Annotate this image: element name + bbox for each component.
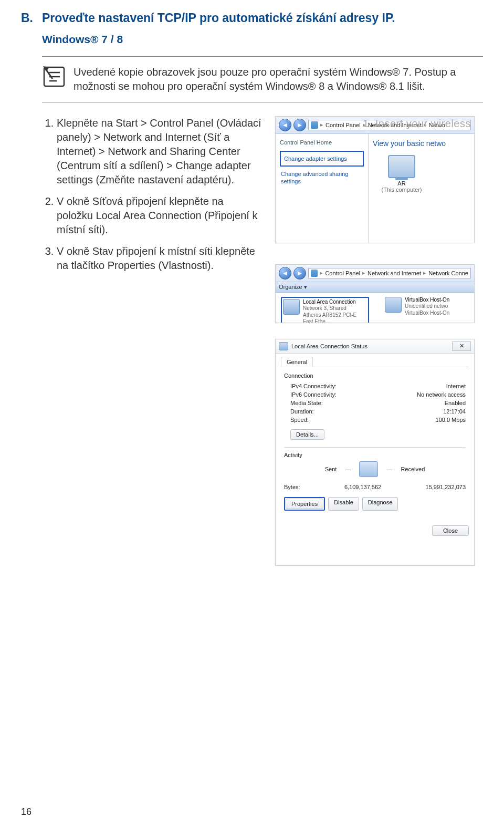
speed-label: Speed:	[290, 417, 309, 423]
steps-column: Klepněte na Start > Control Panel (Ovlád…	[42, 116, 262, 566]
close-icon[interactable]: ✕	[452, 341, 471, 351]
speed-value: 100.0 Mbps	[436, 417, 466, 423]
note-icon	[42, 65, 66, 88]
back-icon[interactable]: ◄	[279, 119, 291, 131]
link-advanced-sharing[interactable]: Change advanced sharing settings	[280, 169, 364, 187]
computer-name: AR	[373, 180, 430, 187]
tab-general[interactable]: General	[281, 357, 313, 367]
bytes-label: Bytes:	[284, 484, 300, 490]
selection-highlight: Local Area Connection Network 3, Shared …	[281, 297, 369, 323]
activity-icon	[359, 461, 378, 477]
sent-label: Sent	[325, 466, 337, 472]
vb-title: VirtualBox Host-On	[405, 297, 449, 304]
breadcrumb-network-connections[interactable]: Network Conne	[428, 270, 468, 276]
step-2: V okně Síťová připojení klepněte na polo…	[57, 194, 262, 237]
note-block: Uvedené kopie obrazovek jsou pouze pro o…	[42, 56, 483, 102]
computer-sub: (This computer)	[373, 187, 430, 193]
page-number: 16	[21, 806, 32, 817]
received-label: Received	[401, 466, 425, 472]
breadcrumb-control-panel[interactable]: Control Panel	[326, 122, 361, 128]
section-letter: B.	[21, 11, 42, 26]
media-value: Enabled	[445, 400, 466, 406]
ipv4-label: IPv4 Connectivity:	[290, 383, 337, 389]
step-3: V okně Stav připojení k místní síti klep…	[57, 244, 262, 273]
breadcrumb[interactable]: ▸ Control Panel ▸ Network and Internet ▸…	[308, 268, 471, 278]
organize-bar[interactable]: Organize ▾	[276, 282, 474, 293]
section-heading: B. Proveďte nastavení TCP/IP pro automat…	[21, 11, 483, 26]
duration-value: 12:17:04	[443, 408, 466, 415]
network-adapter-icon	[385, 297, 402, 313]
selection-highlight: Properties	[284, 497, 325, 511]
details-button[interactable]: Details...	[290, 429, 324, 440]
this-computer-block: AR (This computer)	[373, 155, 430, 193]
back-icon[interactable]: ◄	[279, 267, 291, 280]
ipv6-value: No network access	[417, 391, 466, 398]
breadcrumb-network-internet[interactable]: Network and Internet	[368, 270, 421, 276]
lac-title: Local Area Connection	[303, 299, 367, 306]
forward-icon[interactable]: ►	[293, 267, 306, 280]
vb-sub2: VirtualBox Host-On	[405, 310, 449, 317]
activity-header: Activity	[284, 452, 466, 458]
connection-header: Connection	[284, 372, 466, 379]
dialog-title: Local Area Connection Status	[291, 343, 368, 349]
network-adapter-icon	[283, 299, 300, 315]
step-1: Klepněte na Start > Control Panel (Ovlád…	[57, 116, 262, 187]
ipv4-value: Internet	[446, 383, 466, 389]
breadcrumb-control-panel[interactable]: Control Panel	[325, 270, 360, 276]
virtualbox-connection-item[interactable]: VirtualBox Host-On Unidentified netwo Vi…	[385, 297, 469, 323]
local-area-connection-item[interactable]: Local Area Connection Network 3, Shared …	[283, 299, 367, 323]
network-adapter-icon	[279, 342, 288, 350]
properties-button[interactable]: Properties	[286, 499, 323, 509]
computer-icon	[388, 155, 415, 178]
bytes-recv-value: 15,991,232,073	[426, 484, 466, 490]
view-basic-title: View your basic netwo	[373, 139, 470, 148]
vb-sub1: Unidentified netwo	[405, 303, 449, 310]
disable-button[interactable]: Disable	[328, 497, 359, 511]
ghost-heading: 1. Insert your wireless	[363, 118, 471, 130]
screenshot-network-connections: ◄ ► ▸ Control Panel ▸ Network and Intern…	[275, 264, 475, 323]
screenshot-lan-status: Local Area Connection Status ✕ General C…	[275, 339, 475, 566]
cp-icon	[311, 270, 318, 277]
link-change-adapter[interactable]: Change adapter settings	[283, 153, 361, 164]
os-subhead: Windows® 7 / 8	[42, 33, 483, 46]
ipv6-label: IPv6 Connectivity:	[290, 391, 337, 398]
duration-label: Duration:	[290, 408, 314, 415]
diagnose-button[interactable]: Diagnose	[362, 497, 398, 511]
forward-icon[interactable]: ►	[293, 119, 306, 131]
lac-sub2: Atheros AR8152 PCI-E Fast Ethe...	[303, 312, 367, 323]
cp-home-label[interactable]: Control Panel Home	[280, 139, 364, 146]
bytes-sent-value: 6,109,137,562	[344, 484, 381, 490]
media-label: Media State:	[290, 400, 323, 406]
note-text: Uvedené kopie obrazovek jsou pouze pro o…	[74, 65, 483, 94]
close-button[interactable]: Close	[432, 525, 469, 536]
section-title-text: Proveďte nastavení TCP/IP pro automatick…	[42, 11, 483, 26]
lac-sub1: Network 3, Shared	[303, 305, 367, 312]
selection-highlight: Change adapter settings	[280, 151, 364, 167]
screenshot-control-panel: 1. Insert your wireless ◄ ► ▸ Control Pa…	[275, 116, 475, 243]
cp-icon	[311, 121, 318, 129]
